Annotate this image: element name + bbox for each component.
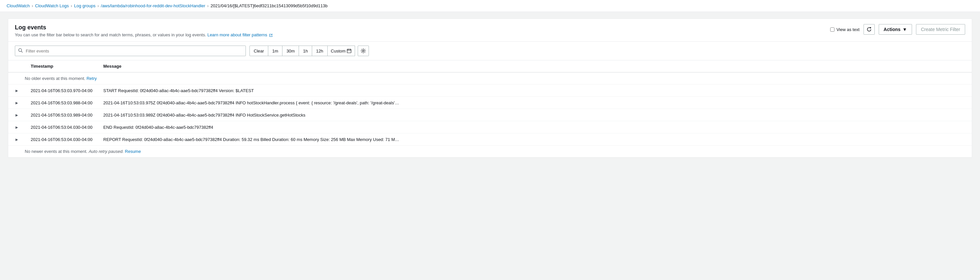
expand-row-2-button[interactable]: ▶: [14, 99, 20, 106]
refresh-button[interactable]: [864, 24, 875, 35]
table-row: ▶ 2021-04-16T06:53:04.030-04:00 END Requ…: [8, 121, 972, 134]
settings-button[interactable]: [358, 46, 369, 56]
log-table: Timestamp Message No older events at thi…: [8, 60, 972, 158]
breadcrumb-log-groups[interactable]: Log groups: [74, 3, 95, 8]
log-events-card: Log events You can use the filter bar be…: [8, 19, 972, 158]
timestamp-5: 2021-04-16T06:53:04.030-04:00: [25, 134, 98, 146]
message-3: 2021-04-16T10:53:03.989Z 0f24d040-a8ac-4…: [103, 113, 400, 118]
breadcrumb-sep-3: ›: [98, 4, 99, 8]
view-as-text-label[interactable]: View as text: [830, 27, 859, 32]
table-row: ▶ 2021-04-16T06:53:04.030-04:00 REPORT R…: [8, 134, 972, 146]
breadcrumb-sep-4: ›: [207, 4, 208, 8]
expand-row-3-button[interactable]: ▶: [14, 111, 20, 118]
svg-line-1: [21, 51, 23, 52]
filter-bar: Clear 1m 30m 1h 12h Custom: [8, 41, 972, 60]
search-input[interactable]: [15, 46, 246, 56]
table-row: ▶ 2021-04-16T06:53:03.988-04:00 2021-04-…: [8, 97, 972, 109]
card-header-left: Log events You can use the filter bar be…: [15, 24, 273, 37]
view-as-text-checkbox[interactable]: [830, 27, 835, 32]
timestamp-3: 2021-04-16T06:53:03.989-04:00: [25, 109, 98, 121]
external-link-icon: [269, 33, 273, 37]
create-metric-filter-button[interactable]: Create Metric Filter: [916, 24, 965, 35]
timestamp-1: 2021-04-16T06:53:03.970-04:00: [25, 84, 98, 97]
card-header: Log events You can use the filter bar be…: [8, 19, 972, 41]
learn-more-link[interactable]: Learn more about filter patterns: [207, 32, 267, 37]
breadcrumb-sep-2: ›: [71, 4, 72, 8]
info-row-bottom: No newer events at this moment. Auto ret…: [8, 146, 972, 158]
breadcrumb: CloudWatch › CloudWatch Logs › Log group…: [0, 0, 980, 12]
col-header-message: Message: [98, 60, 972, 72]
page-description: You can use the filter bar below to sear…: [15, 32, 273, 37]
refresh-icon: [867, 27, 872, 32]
calendar-icon: [347, 49, 352, 53]
breadcrumb-cloudwatch-logs[interactable]: CloudWatch Logs: [35, 3, 68, 8]
timestamp-2: 2021-04-16T06:53:03.988-04:00: [25, 97, 98, 109]
svg-point-6: [363, 50, 364, 52]
resume-link[interactable]: Resume: [125, 149, 141, 154]
time-btn-1h[interactable]: 1h: [299, 46, 312, 56]
search-wrapper: [15, 46, 246, 56]
time-controls: Clear 1m 30m 1h 12h Custom: [250, 46, 355, 56]
page-title: Log events: [15, 24, 273, 31]
timestamp-4: 2021-04-16T06:53:04.030-04:00: [25, 121, 98, 134]
search-icon: [18, 48, 23, 54]
gear-icon: [361, 48, 366, 54]
actions-button[interactable]: Actions ▼: [879, 24, 912, 35]
message-2: 2021-04-16T10:53:03.975Z 0f24d040-a8ac-4…: [103, 100, 400, 105]
time-btn-1m[interactable]: 1m: [268, 46, 282, 56]
breadcrumb-log-group-name[interactable]: /aws/lambda/robinhood-for-reddit-dev-hot…: [101, 3, 205, 8]
main-content: Log events You can use the filter bar be…: [0, 12, 980, 277]
breadcrumb-cloudwatch[interactable]: CloudWatch: [6, 3, 30, 8]
time-btn-custom[interactable]: Custom: [327, 46, 355, 56]
table-header-row: Timestamp Message: [8, 60, 972, 72]
time-btn-12h[interactable]: 12h: [312, 46, 328, 56]
expand-row-4-button[interactable]: ▶: [14, 124, 20, 130]
table-row: ▶ 2021-04-16T06:53:03.989-04:00 2021-04-…: [8, 109, 972, 121]
breadcrumb-sep-1: ›: [32, 4, 33, 8]
info-row-top: No older events at this moment. Retry: [8, 72, 972, 84]
message-4: END RequestId: 0f24d040-a8ac-4b4c-aae5-b…: [103, 125, 400, 130]
header-actions: View as text Actions ▼ Create Metric Fil…: [830, 24, 965, 35]
message-1: START RequestId: 0f24d040-a8ac-4b4c-aae5…: [103, 88, 400, 93]
expand-row-1-button[interactable]: ▶: [14, 87, 20, 94]
table-row: ▶ 2021-04-16T06:53:03.970-04:00 START Re…: [8, 84, 972, 97]
actions-dropdown-icon: ▼: [902, 27, 907, 32]
col-header-timestamp: Timestamp: [25, 60, 98, 72]
expand-row-5-button[interactable]: ▶: [14, 136, 20, 143]
time-btn-30m[interactable]: 30m: [282, 46, 299, 56]
time-btn-clear[interactable]: Clear: [250, 46, 268, 56]
svg-rect-2: [347, 49, 351, 53]
message-5: REPORT RequestId: 0f24d040-a8ac-4b4c-aae…: [103, 137, 400, 142]
retry-link[interactable]: Retry: [86, 76, 97, 81]
col-header-expand: [8, 60, 25, 72]
breadcrumb-log-stream: 2021/04/16/[$LATEST]6edf3211bc15413099d5…: [210, 3, 328, 8]
